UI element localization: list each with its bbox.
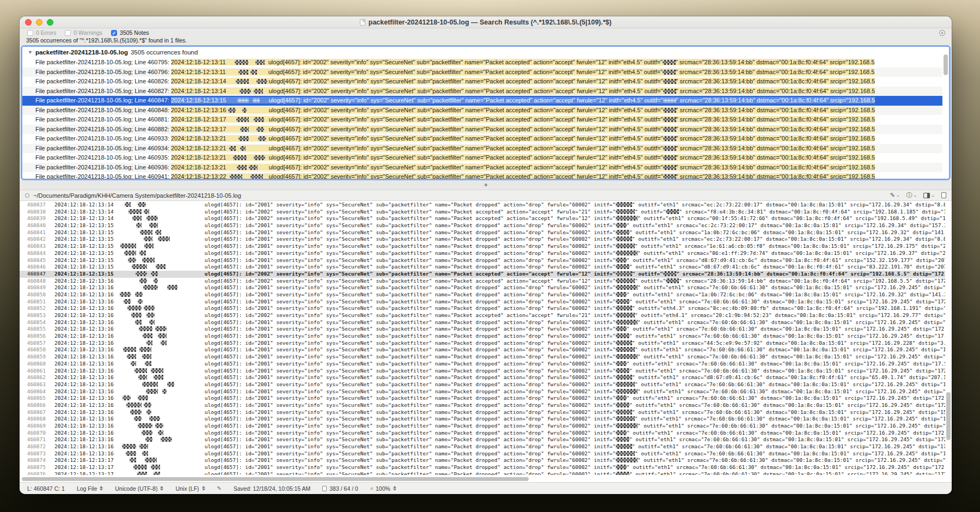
editor-lines[interactable]: 4608372024:12:18-12:13:14 ulogd[4657]: i…	[20, 202, 945, 475]
editor-line[interactable]: 4608482024:12:18-12:13:16 ulogd[4657]: i…	[20, 278, 945, 285]
editor-line[interactable]: 4608542024:12:18-12:13:16 ulogd[4657]: i…	[20, 319, 945, 326]
editor-line[interactable]: 4608372024:12:18-12:13:14 ulogd[4657]: i…	[20, 202, 945, 209]
editor-line[interactable]: 4608572024:12:18-12:13:16 ulogd[4657]: i…	[20, 340, 945, 347]
result-row[interactable]: File packetfilter-20241218-10-05.log; Li…	[22, 134, 942, 144]
editor-line[interactable]: 4608752024:12:18-12:13:17 ulogd[4657]: i…	[20, 464, 945, 471]
result-row-match-text: 2024:12:18-12:13:21 ulogd[4657]: id="200…	[171, 154, 875, 161]
title-bar[interactable]: packetfilter-20241218-10-05.log — Search…	[20, 16, 952, 28]
editor-line[interactable]: 4608612024:12:18-12:13:16 ulogd[4657]: i…	[20, 368, 945, 375]
editor-line[interactable]: 4608632024:12:18-12:13:16 ulogd[4657]: i…	[20, 381, 945, 388]
pencil-menu[interactable]: ✎⌄	[890, 192, 900, 199]
result-row[interactable]: File packetfilter-20241218-10-05.log; Li…	[22, 172, 942, 179]
editor-line[interactable]: 4608582024:12:18-12:13:16 ulogd[4657]: i…	[20, 346, 945, 353]
text-zoom-menu[interactable]: ⌕ 100%	[370, 485, 396, 492]
editor-line[interactable]: 4608532024:12:18-12:13:16 ulogd[4657]: i…	[20, 312, 945, 319]
splitter-handle[interactable]	[485, 184, 487, 186]
editor-line[interactable]: 4608412024:12:18-12:13:15 ulogd[4657]: i…	[20, 229, 945, 236]
editor-line[interactable]: 4608702024:12:18-12:13:16 ulogd[4657]: i…	[20, 430, 945, 437]
pane-splitter[interactable]	[20, 180, 952, 190]
result-row[interactable]: File packetfilter-20241218-10-05.log; Li…	[22, 96, 942, 106]
result-row[interactable]: File packetfilter-20241218-10-05.log; Li…	[22, 68, 942, 77]
language-menu[interactable]: Log File	[77, 485, 103, 492]
result-row[interactable]: File packetfilter-20241218-10-05.log; Li…	[22, 106, 942, 115]
warnings-filter[interactable]: 0 Warnings	[65, 29, 102, 36]
line-number: 460845	[20, 257, 46, 264]
editor-line[interactable]: 4608512024:12:18-12:13:16 ulogd[4657]: i…	[20, 298, 945, 306]
info-menu[interactable]: ⓘ⌄	[906, 191, 917, 199]
results-file-header[interactable]: ▼ packetfilter-20241218-10-05.log 3505 o…	[22, 47, 949, 57]
result-row[interactable]: File packetfilter-20241218-10-05.log; Li…	[22, 125, 942, 135]
minimize-button[interactable]	[36, 19, 42, 26]
log-line-text: 2024:12:18-12:13:16 ulogd[4657]: id="200…	[54, 395, 945, 402]
editor-line[interactable]: 4608652024:12:18-12:13:16 ulogd[4657]: i…	[20, 395, 945, 402]
editor-line[interactable]: 4608402024:12:18-12:13:15 ulogd[4657]: i…	[20, 222, 945, 229]
editor-line[interactable]: 4608712024:12:18-12:13:16 ulogd[4657]: i…	[20, 436, 945, 443]
editor-line-current[interactable]: 4608472024:12:18-12:13:15 ulogd[4657]: i…	[20, 271, 945, 278]
result-row[interactable]: File packetfilter-20241218-10-05.log; Li…	[22, 115, 942, 125]
editor-line[interactable]: 4608742024:12:18-12:13:17 ulogd[4657]: i…	[20, 457, 945, 464]
file-state-icon[interactable]	[25, 193, 29, 198]
result-row[interactable]: File packetfilter-20241218-10-05.log; Li…	[22, 58, 942, 68]
document-proxy-icon	[360, 19, 365, 26]
editor-line[interactable]: 4608452024:12:18-12:13:15 ulogd[4657]: i…	[20, 257, 945, 264]
result-row[interactable]: File packetfilter-20241218-10-05.log; Li…	[22, 163, 942, 173]
result-row[interactable]: File packetfilter-20241218-10-05.log; Li…	[22, 153, 942, 163]
editor-line[interactable]: 4608682024:12:18-12:13:16 ulogd[4657]: i…	[20, 416, 945, 423]
editor-line[interactable]: 4608552024:12:18-12:13:16 ulogd[4657]: i…	[20, 326, 945, 333]
editor-line[interactable]: 4608392024:12:18-12:13:14 ulogd[4657]: i…	[20, 215, 945, 222]
editor-vertical-scrollbar[interactable]	[946, 203, 951, 474]
editor-line[interactable]: 4608662024:12:18-12:13:16 ulogd[4657]: i…	[20, 402, 945, 409]
editor-line[interactable]: 4608642024:12:18-12:13:16 ulogd[4657]: i…	[20, 388, 945, 395]
editor-line[interactable]: 4608622024:12:18-12:13:16 ulogd[4657]: i…	[20, 374, 945, 381]
new-document-button[interactable]	[941, 192, 946, 198]
results-options-icon[interactable]	[939, 30, 945, 36]
editor-line[interactable]: 4608592024:12:18-12:13:16 ulogd[4657]: i…	[20, 353, 945, 361]
result-row[interactable]: File packetfilter-20241218-10-05.log; Li…	[22, 144, 942, 154]
disclosure-triangle-icon[interactable]: ▼	[28, 50, 33, 55]
results-scrollbar[interactable]	[943, 48, 948, 178]
line-number: 460848	[20, 278, 46, 285]
result-row-location: File packetfilter-20241218-10-05.log; Li…	[35, 126, 171, 132]
log-line-text: 2024:12:18-12:13:17 ulogd[4657]: id="200…	[54, 471, 945, 475]
notes-label: 3505 Notes	[120, 29, 149, 36]
cursor-position: L: 460847 C: 1	[27, 485, 65, 492]
editor-line[interactable]: 4608522024:12:18-12:13:16 ulogd[4657]: i…	[20, 305, 945, 312]
editor-line[interactable]: 4608562024:12:18-12:13:16 ulogd[4657]: i…	[20, 333, 945, 340]
editor-line[interactable]: 4608422024:12:18-12:13:15 ulogd[4657]: i…	[20, 236, 945, 243]
text-editor[interactable]: 4608372024:12:18-12:13:14 ulogd[4657]: i…	[20, 201, 952, 482]
result-row-match-text: 2024:12:18-12:13:21 ulogd[4657]: id="200…	[171, 164, 875, 170]
notes-checkbox[interactable]: ✓	[111, 30, 117, 36]
result-row[interactable]: File packetfilter-20241218-10-05.log; Li…	[22, 77, 942, 87]
notes-filter[interactable]: ✓ 3505 Notes	[111, 29, 149, 36]
editor-line[interactable]: 4608462024:12:18-12:13:15 ulogd[4657]: i…	[20, 264, 945, 271]
encoding-menu[interactable]: Unicode (UTF-8)	[115, 485, 163, 492]
split-view-menu[interactable]: ⌄	[923, 193, 935, 198]
log-line-text: 2024:12:18-12:13:17 ulogd[4657]: id="200…	[54, 457, 945, 464]
line-ending-menu[interactable]: Unix (LF)	[175, 485, 205, 492]
line-number: 460876	[20, 471, 46, 475]
editor-line[interactable]: 4608722024:12:18-12:13:16 ulogd[4657]: i…	[20, 443, 945, 450]
editor-line[interactable]: 4608492024:12:18-12:13:16 ulogd[4657]: i…	[20, 284, 945, 291]
editor-line[interactable]: 4608432024:12:18-12:13:15 ulogd[4657]: i…	[20, 243, 945, 250]
editor-line[interactable]: 4608672024:12:18-12:13:16 ulogd[4657]: i…	[20, 409, 945, 416]
zoom-button[interactable]	[47, 19, 53, 26]
log-line-text: 2024:12:18-12:13:16 ulogd[4657]: id="200…	[54, 381, 945, 388]
close-button[interactable]	[25, 19, 32, 26]
editor-horizontal-scrollbar[interactable]	[22, 477, 943, 481]
results-scrollbar-thumb[interactable]	[944, 54, 948, 75]
writable-pencil-icon[interactable]: ✎	[217, 485, 222, 491]
errors-checkbox[interactable]	[27, 30, 33, 36]
editor-vscroll-thumb[interactable]	[946, 392, 951, 440]
warnings-checkbox[interactable]	[65, 30, 71, 36]
editor-line[interactable]: 4608732024:12:18-12:13:16 ulogd[4657]: i…	[20, 450, 945, 458]
editor-line[interactable]: 4608692024:12:18-12:13:16 ulogd[4657]: i…	[20, 423, 945, 430]
editor-line[interactable]: 4608382024:12:18-12:13:14 ulogd[4657]: i…	[20, 209, 945, 216]
editor-hscroll-thumb[interactable]	[22, 477, 529, 481]
line-number: 460859	[20, 353, 46, 361]
editor-line[interactable]: 4608442024:12:18-12:13:15 ulogd[4657]: i…	[20, 250, 945, 257]
editor-line[interactable]: 4608762024:12:18-12:13:17 ulogd[4657]: i…	[20, 471, 945, 475]
result-row[interactable]: File packetfilter-20241218-10-05.log; Li…	[22, 87, 942, 96]
editor-line[interactable]: 4608502024:12:18-12:13:16 ulogd[4657]: i…	[20, 291, 945, 298]
errors-filter[interactable]: 0 Errors	[27, 29, 56, 36]
editor-line[interactable]: 4608602024:12:18-12:13:16 ulogd[4657]: i…	[20, 361, 945, 368]
